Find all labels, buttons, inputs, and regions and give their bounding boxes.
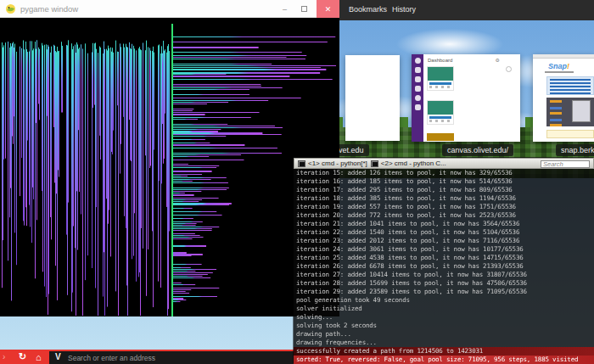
pygame-titlebar[interactable]: pygame window – ✕ (0, 0, 339, 18)
console-line: iteration 19: added 557 items to pool, i… (294, 203, 594, 211)
bookmarks-menu-item[interactable]: Bookmarks (349, 5, 387, 14)
canvas-course-card-gold (427, 133, 454, 141)
address-bar-input[interactable] (66, 351, 278, 364)
console-line: iteration 25: added 4538 items to pool, … (294, 254, 594, 262)
maximize-button[interactable] (297, 0, 311, 18)
home-icon[interactable]: ⌂ (36, 352, 42, 362)
gear-icon: ⚙ (496, 57, 500, 63)
console-tab-1[interactable]: <1> cmd - python[*] (298, 160, 367, 167)
console-line: iteration 27: added 10414 items to pool,… (294, 271, 594, 279)
vivaldi-logo: V (55, 352, 61, 361)
speed-dial-olivet[interactable] (345, 55, 400, 141)
console-line: sorted: True, reversed: False, goal pool… (294, 356, 594, 364)
console-line: pool generation took 49 seconds (294, 296, 594, 305)
refresh-circle-icon (506, 66, 512, 72)
speed-dial-label-canvas: canvas.olivet.edu/ (442, 144, 513, 156)
console-line: iteration 29: added 23589 items to pool,… (294, 288, 594, 296)
speed-dial-snap[interactable]: Snap! (533, 54, 594, 142)
canvas-course-card (427, 66, 454, 91)
snap-links-box (546, 76, 594, 95)
console-line: iteration 26: added 6678 items to pool, … (294, 262, 594, 271)
speed-dial-canvas[interactable]: Dashboard ⚙ (412, 54, 520, 142)
console-line: iteration 24: added 3061 items to pool, … (294, 245, 594, 254)
console-line: iteration 23: added 2012 items to pool, … (294, 237, 594, 245)
console-line: iteration 20: added 772 items to pool, i… (294, 211, 594, 220)
console-line: iteration 15: added 126 items to pool, i… (294, 169, 594, 177)
snap-note-box (546, 130, 594, 138)
canvas-dashboard-title: Dashboard (428, 58, 452, 63)
canvas-sidebar (412, 54, 423, 142)
pygame-icon (5, 3, 16, 14)
console-line: solving took 2 seconds (294, 322, 594, 330)
speed-dial-label-snap: snap.berkele (556, 144, 594, 156)
snap-ide-screenshot (546, 98, 594, 126)
console-line: drawing path... (294, 330, 594, 339)
forward-chevron-icon[interactable]: › (3, 352, 5, 361)
console-line: iteration 22: added 1540 items to pool, … (294, 228, 594, 237)
desktop: Bookmarks History Dashboard ⚙ Snap! (0, 0, 594, 364)
console-line: solver initialized (294, 305, 594, 313)
history-menu-item[interactable]: History (392, 5, 416, 14)
console-output[interactable]: iteration 15: added 126 items to pool, i… (294, 169, 594, 364)
console-line: drawing frequencies... (294, 339, 594, 347)
canvas-course-card (427, 100, 454, 125)
cmd-icon (298, 160, 305, 167)
close-button[interactable]: ✕ (317, 0, 339, 18)
snap-tagline (545, 71, 574, 73)
console-line: iteration 17: added 295 items to pool, i… (294, 186, 594, 194)
console-search-input[interactable] (541, 160, 590, 168)
cmd-icon (371, 160, 378, 167)
snap-logo: Snap! (548, 62, 569, 70)
console-line: iteration 28: added 15699 items to pool,… (294, 279, 594, 288)
console-titlebar[interactable]: <1> cmd - python[*] <2> cmd - python C..… (294, 158, 594, 169)
pygame-visualization-canvas (0, 18, 339, 316)
console-window: <1> cmd - python[*] <2> cmd - python C..… (294, 158, 594, 364)
minimize-button[interactable]: – (277, 0, 292, 18)
console-line: solving... (294, 313, 594, 322)
console-line: iteration 18: added 385 items to pool, i… (294, 194, 594, 203)
reload-icon[interactable]: ↻ (19, 351, 26, 362)
console-tab-2[interactable]: <2> cmd - python C... (371, 160, 446, 167)
pygame-window-title: pygame window (20, 4, 78, 14)
console-line: iteration 21: added 1041 items to pool, … (294, 220, 594, 228)
pygame-window: pygame window – ✕ (0, 0, 339, 316)
snap-top-nav (533, 54, 594, 59)
console-line: iteration 16: added 185 items to pool, i… (294, 177, 594, 186)
console-line: successfully created a path from 1214506… (294, 347, 594, 356)
